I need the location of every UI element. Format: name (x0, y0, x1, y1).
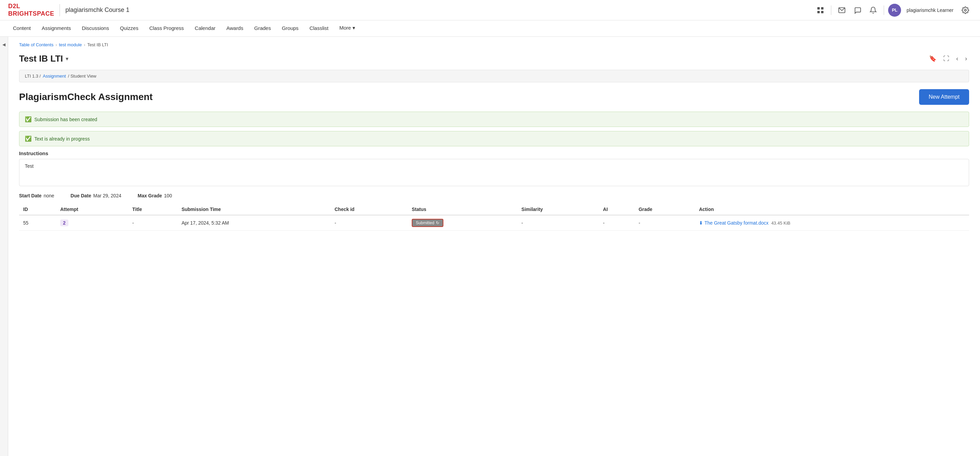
nav-item-quizzes[interactable]: Quizzes (115, 21, 143, 37)
expand-button[interactable]: ⛶ (941, 53, 951, 64)
meta-start-date-label: Start Date (19, 193, 41, 199)
breadcrumb: Table of Contents › test module › Test I… (19, 42, 969, 47)
submissions-table: ID Attempt Title Submission Time Check i… (19, 204, 969, 231)
file-download-link[interactable]: ⬇ The Great Gatsby format.docx (699, 220, 768, 226)
logo-area: D2L BRIGHTSPACE (8, 3, 54, 17)
cell-title: - (128, 215, 178, 231)
grid-icon (817, 6, 824, 14)
grid-icon-button[interactable] (814, 4, 827, 17)
refresh-icon: ↻ (436, 221, 439, 225)
alert-text-1: Submission has been created (34, 117, 97, 122)
alert-text-in-progress: ✅ Text is already in progress (19, 131, 969, 146)
instructions-text: Test (25, 163, 34, 169)
nav-item-calendar[interactable]: Calendar (190, 21, 220, 37)
top-header: D2L BRIGHTSPACE plagiarismchk Course 1 (0, 0, 980, 21)
bookmark-button[interactable]: 🔖 (927, 53, 939, 64)
status-text: Submitted (416, 221, 434, 225)
user-name: plagiarismchk Learner (907, 8, 953, 13)
attempt-badge: 2 (60, 219, 68, 226)
col-header-title: Title (128, 204, 178, 215)
nav-item-content[interactable]: Content (8, 21, 36, 37)
chat-icon (854, 6, 861, 14)
cell-grade: - (635, 215, 695, 231)
assignment-header: PlagiarismCheck Assignment New Attempt (19, 89, 969, 105)
alert-check-icon-2: ✅ (25, 135, 32, 142)
nav-item-discussions[interactable]: Discussions (77, 21, 114, 37)
header-right: PL plagiarismchk Learner (814, 4, 972, 17)
bell-icon-button[interactable] (867, 4, 880, 17)
settings-icon (962, 6, 969, 14)
nav-item-awards[interactable]: Awards (221, 21, 248, 37)
lti-assignment-link[interactable]: Assignment (43, 73, 66, 79)
col-header-similarity: Similarity (517, 204, 599, 215)
nav-item-more[interactable]: More ▾ (334, 21, 360, 37)
status-badge: Submitted ↻ (412, 219, 443, 227)
cell-similarity: - (517, 215, 599, 231)
page-title-dropdown[interactable]: ▾ (66, 56, 68, 62)
header-divider-3 (884, 5, 884, 15)
cell-status: Submitted ↻ (408, 215, 517, 231)
svg-point-5 (964, 9, 966, 11)
page-title-left: Test IB LTI ▾ (19, 53, 68, 64)
bell-icon (869, 6, 877, 14)
table-header-row: ID Attempt Title Submission Time Check i… (19, 204, 969, 215)
breadcrumb-sep-1: › (56, 43, 57, 47)
meta-due-date-value: Mar 29, 2024 (93, 193, 121, 199)
cell-ai: - (599, 215, 635, 231)
meta-max-grade: Max Grade 100 (137, 193, 172, 199)
breadcrumb-table-of-contents[interactable]: Table of Contents (19, 42, 53, 47)
alert-check-icon-1: ✅ (25, 116, 32, 122)
sidebar-toggle[interactable]: ◀ (0, 37, 8, 456)
cell-attempt: 2 (56, 215, 128, 231)
page-title: Test IB LTI (19, 53, 63, 64)
logo: D2L BRIGHTSPACE (8, 3, 54, 17)
col-header-status: Status (408, 204, 517, 215)
instructions-section: Instructions Test (19, 150, 969, 186)
download-icon: ⬇ (699, 220, 703, 226)
mail-icon-button[interactable] (835, 4, 848, 17)
col-header-action: Action (695, 204, 969, 215)
file-name: The Great Gatsby format.docx (705, 220, 768, 226)
svg-rect-1 (821, 7, 824, 10)
chat-icon-button[interactable] (851, 4, 864, 17)
nav-item-classlist[interactable]: Classlist (305, 21, 333, 37)
col-header-check-id: Check id (331, 204, 408, 215)
nav-item-assignments[interactable]: Assignments (37, 21, 76, 37)
meta-due-date: Due Date Mar 29, 2024 (70, 193, 121, 199)
meta-max-grade-label: Max Grade (137, 193, 162, 199)
svg-rect-3 (821, 11, 824, 13)
page-title-actions: 🔖 ⛶ ‹ › (927, 53, 969, 64)
nav-item-groups[interactable]: Groups (277, 21, 303, 37)
next-button[interactable]: › (963, 53, 969, 64)
col-header-ai: AI (599, 204, 635, 215)
cell-action: ⬇ The Great Gatsby format.docx 43.45 KiB (695, 215, 969, 231)
nav-bar: Content Assignments Discussions Quizzes … (0, 21, 980, 37)
prev-button[interactable]: ‹ (954, 53, 960, 64)
table-row: 55 2 - Apr 17, 2024, 5:32 AM - Submitted… (19, 215, 969, 231)
cell-id: 55 (19, 215, 56, 231)
breadcrumb-sep-2: › (84, 43, 85, 47)
breadcrumb-current: Test IB LTI (87, 42, 108, 47)
instructions-box: Test (19, 159, 969, 186)
content-area: Table of Contents › test module › Test I… (8, 37, 980, 456)
breadcrumb-test-module[interactable]: test module (59, 42, 82, 47)
meta-row: Start Date none Due Date Mar 29, 2024 Ma… (19, 193, 969, 199)
file-size: 43.45 KiB (771, 221, 790, 226)
col-header-id: ID (19, 204, 56, 215)
nav-item-grades[interactable]: Grades (250, 21, 275, 37)
cell-check-id: - (331, 215, 408, 231)
new-attempt-button[interactable]: New Attempt (919, 89, 969, 105)
instructions-label: Instructions (19, 150, 969, 156)
svg-rect-2 (817, 11, 820, 13)
lti-suffix: / Student View (68, 73, 97, 79)
settings-icon-button[interactable] (959, 4, 972, 17)
col-header-attempt: Attempt (56, 204, 128, 215)
header-divider-2 (831, 5, 831, 15)
avatar-button[interactable]: PL (888, 4, 901, 17)
lti-prefix: LTI 1.3 / (25, 73, 41, 79)
meta-start-date: Start Date none (19, 193, 54, 199)
alert-submission-created: ✅ Submission has been created (19, 111, 969, 127)
meta-max-grade-value: 100 (164, 193, 172, 199)
cell-submission-time: Apr 17, 2024, 5:32 AM (177, 215, 331, 231)
nav-item-class-progress[interactable]: Class Progress (145, 21, 189, 37)
